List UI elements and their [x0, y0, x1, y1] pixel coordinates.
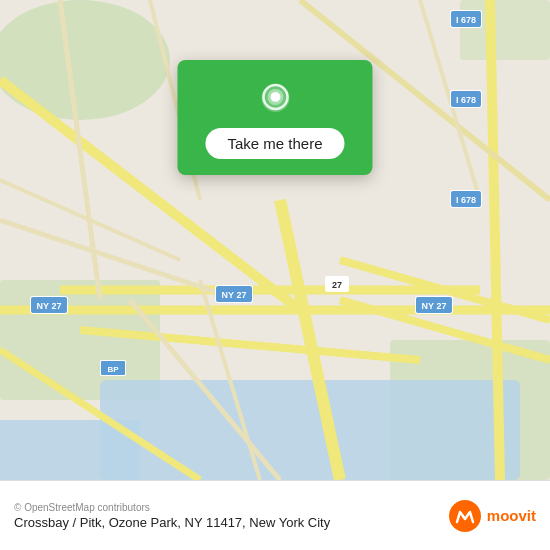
destination-card: Take me there	[177, 60, 372, 175]
map-view[interactable]: NY 27 NY 27 27 NY 27 I 678 I 678 I 678 B…	[0, 0, 550, 480]
location-pin-icon	[256, 82, 294, 120]
location-info: © OpenStreetMap contributors Crossbay / …	[14, 502, 449, 530]
svg-text:NY 27: NY 27	[37, 301, 62, 311]
copyright-text: © OpenStreetMap contributors	[14, 502, 449, 513]
take-me-there-button[interactable]: Take me there	[205, 128, 344, 159]
svg-text:I 678: I 678	[456, 15, 476, 25]
svg-text:NY 27: NY 27	[222, 290, 247, 300]
moovit-logo-icon	[449, 500, 481, 532]
svg-text:I 678: I 678	[456, 95, 476, 105]
svg-rect-4	[460, 0, 550, 60]
info-bar: © OpenStreetMap contributors Crossbay / …	[0, 480, 550, 550]
moovit-brand-name: moovit	[487, 507, 536, 524]
svg-text:27: 27	[332, 280, 342, 290]
svg-text:I 678: I 678	[456, 195, 476, 205]
moovit-logo: moovit	[449, 500, 536, 532]
location-address: Crossbay / Pitk, Ozone Park, NY 11417, N…	[14, 515, 449, 530]
svg-rect-5	[100, 380, 520, 480]
svg-point-51	[271, 93, 279, 101]
svg-text:BP: BP	[107, 365, 119, 374]
svg-text:NY 27: NY 27	[422, 301, 447, 311]
